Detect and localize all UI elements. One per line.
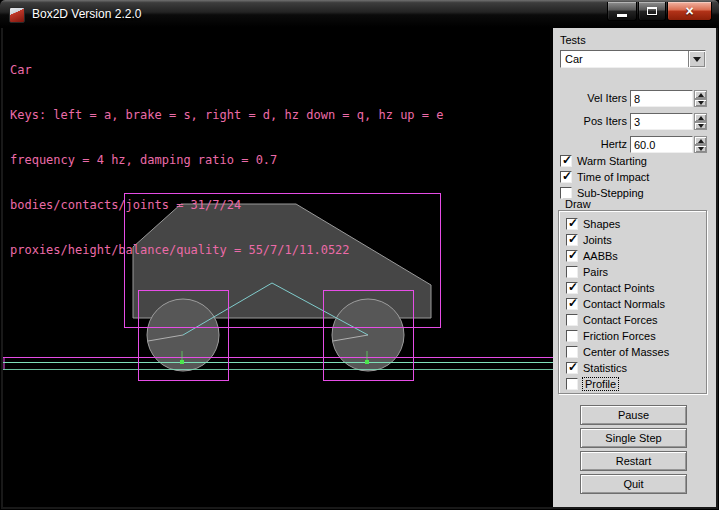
simulation-canvas[interactable]: Car Keys: left = a, brake = s, right = d…	[3, 28, 553, 507]
checkbox-label: Friction Forces	[583, 330, 656, 342]
checkbox-box[interactable]	[566, 266, 578, 278]
debug-stats: Car Keys: left = a, brake = s, right = d…	[10, 33, 443, 288]
stat-test-name: Car	[10, 63, 443, 78]
hertz-row: Hertz	[553, 136, 716, 153]
checkbox-box[interactable]	[566, 298, 578, 310]
quit-button[interactable]: Quit	[580, 474, 687, 494]
contact-point-rear	[180, 360, 184, 364]
vel-iters-label: Vel Iters	[553, 92, 627, 104]
checkbox-box[interactable]	[560, 155, 572, 167]
draw-group-title: Draw	[563, 198, 593, 210]
titlebar[interactable]: Box2D Version 2.2.0	[0, 0, 719, 28]
chevron-down-icon	[693, 57, 701, 66]
tests-dropdown-value: Car	[565, 53, 583, 65]
checkbox-contact-forces[interactable]: Contact Forces	[566, 313, 658, 327]
restart-button[interactable]: Restart	[580, 451, 687, 471]
checkbox-label: Statistics	[583, 362, 627, 374]
arrow-up-icon	[698, 136, 704, 143]
single-step-button[interactable]: Single Step	[580, 428, 687, 448]
hertz-spinner	[694, 136, 707, 153]
tests-label: Tests	[560, 34, 586, 46]
hertz-label: Hertz	[553, 138, 627, 150]
stat-frequency: frequency = 4 hz, damping ratio = 0.7	[10, 153, 443, 168]
vel-iters-row: Vel Iters	[553, 90, 716, 107]
checkbox-time-of-impact[interactable]: Time of Impact	[560, 170, 649, 184]
pause-button[interactable]: Pause	[580, 405, 687, 425]
checkbox-center-of-masses[interactable]: Center of Masses	[566, 345, 669, 359]
checkbox-aabbs[interactable]: AABBs	[566, 249, 618, 263]
arrow-up-icon	[698, 113, 704, 120]
hertz-input[interactable]	[630, 136, 693, 153]
maximize-icon	[647, 7, 657, 15]
checkbox-statistics[interactable]: Statistics	[566, 361, 627, 375]
checkbox-label: Contact Points	[583, 282, 655, 294]
checkbox-label: Contact Normals	[583, 298, 665, 310]
stat-keys: Keys: left = a, brake = s, right = d, hz…	[10, 108, 443, 123]
checkbox-warm-starting[interactable]: Warm Starting	[560, 154, 647, 168]
window-controls	[607, 2, 712, 21]
pos-iters-spinner	[694, 113, 707, 130]
checkbox-label: Center of Masses	[583, 346, 669, 358]
checkbox-box[interactable]	[566, 330, 578, 342]
checkbox-box[interactable]	[566, 378, 578, 390]
checkbox-box[interactable]	[566, 346, 578, 358]
app-window: Box2D Version 2.2.0	[0, 0, 719, 510]
control-panel: Tests Car Vel Iters Pos Iters Her	[553, 28, 716, 507]
checkbox-box[interactable]	[566, 234, 578, 246]
checkbox-box[interactable]	[560, 171, 572, 183]
window-title: Box2D Version 2.2.0	[32, 7, 141, 21]
checkbox-contact-points[interactable]: Contact Points	[566, 281, 655, 295]
pos-iters-label: Pos Iters	[553, 115, 627, 127]
checkbox-joints[interactable]: Joints	[566, 233, 612, 247]
checkbox-box[interactable]	[566, 314, 578, 326]
checkbox-label: AABBs	[583, 250, 618, 262]
tests-dropdown[interactable]: Car	[560, 50, 706, 68]
checkbox-label: Profile	[583, 378, 618, 390]
pos-iters-row: Pos Iters	[553, 113, 716, 130]
checkbox-label: Joints	[583, 234, 612, 246]
checkbox-box[interactable]	[566, 282, 578, 294]
pos-iters-input[interactable]	[630, 113, 693, 130]
checkbox-contact-normals[interactable]: Contact Normals	[566, 297, 665, 311]
draw-group: Shapes Joints AABBs Pairs Contact Points…	[558, 210, 707, 394]
arrow-down-icon	[698, 147, 704, 154]
hertz-down-button[interactable]	[694, 145, 707, 153]
stat-bodies: bodies/contacts/joints = 31/7/24	[10, 198, 443, 213]
checkbox-shapes[interactable]: Shapes	[566, 217, 620, 231]
minimize-icon	[617, 14, 627, 17]
close-icon	[685, 3, 693, 20]
pos-iters-down-button[interactable]	[694, 122, 707, 130]
arrow-up-icon	[698, 90, 704, 97]
minimize-button[interactable]	[607, 2, 637, 21]
hertz-up-button[interactable]	[694, 136, 707, 145]
pos-iters-up-button[interactable]	[694, 113, 707, 122]
checkbox-label: Time of Impact	[577, 171, 649, 183]
checkbox-box[interactable]	[566, 250, 578, 262]
checkbox-label: Pairs	[583, 266, 608, 278]
checkbox-label: Contact Forces	[583, 314, 658, 326]
vel-iters-spinner	[694, 90, 707, 107]
app-icon	[9, 7, 25, 23]
checkbox-profile[interactable]: Profile	[566, 377, 618, 391]
tests-dropdown-button[interactable]	[688, 51, 705, 67]
stat-proxies: proxies/height/balance/quality = 55/7/1/…	[10, 243, 443, 258]
vel-iters-up-button[interactable]	[694, 90, 707, 99]
checkbox-box[interactable]	[566, 218, 578, 230]
checkbox-label: Shapes	[583, 218, 620, 230]
close-button[interactable]	[667, 2, 712, 21]
arrow-down-icon	[698, 101, 704, 108]
vel-iters-down-button[interactable]	[694, 99, 707, 107]
checkbox-box[interactable]	[566, 362, 578, 374]
checkbox-friction-forces[interactable]: Friction Forces	[566, 329, 656, 343]
checkbox-label: Warm Starting	[577, 155, 647, 167]
contact-point-front	[365, 360, 369, 364]
arrow-down-icon	[698, 124, 704, 131]
vel-iters-input[interactable]	[630, 90, 693, 107]
maximize-button[interactable]	[638, 2, 666, 21]
checkbox-pairs[interactable]: Pairs	[566, 265, 608, 279]
